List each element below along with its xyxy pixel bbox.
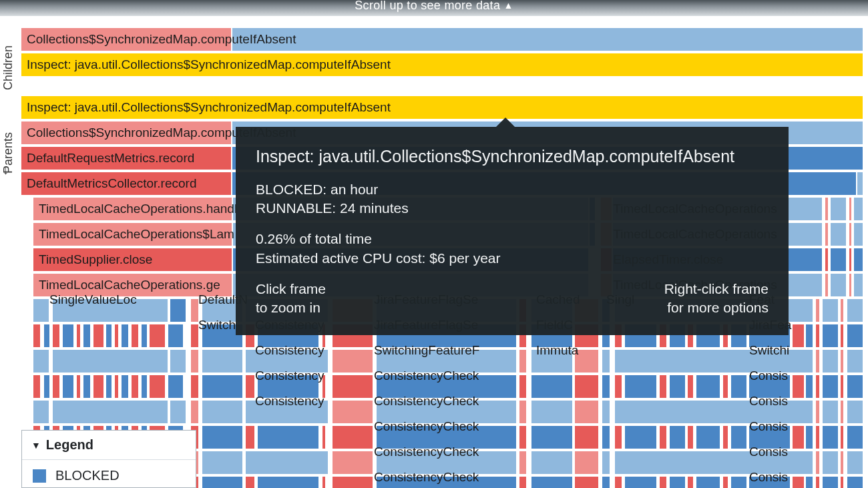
flame-frame-inspect[interactable]: Inspect: java.util.Collections$Synchroni… [21, 53, 864, 76]
frame-tooltip: Inspect: java.util.Collections$Synchroni… [236, 127, 789, 335]
legend-toggle[interactable]: ▼ Legend [22, 431, 196, 460]
tooltip-title: Inspect: java.util.Collections$Synchroni… [256, 146, 769, 168]
parents-section-label: Parents [1, 100, 15, 174]
flame-frame[interactable] [33, 401, 864, 423]
scroll-hint-text: Scroll up to see more data [355, 0, 500, 12]
legend-title: Legend [46, 437, 93, 453]
tooltip-cost: Estimated active CPU cost: $6 per year [256, 249, 769, 268]
legend-item: BLOCKED [22, 460, 196, 487]
tooltip-hint-left: Click frame to zoom in [256, 280, 326, 318]
tooltip-blocked: BLOCKED: an hour [256, 180, 769, 199]
flame-frame[interactable] [33, 350, 864, 373]
arrow-down-icon: ↓ [3, 164, 9, 178]
flame-frame-inspect[interactable]: Inspect: java.util.Collections$Synchroni… [21, 96, 864, 119]
chevron-up-icon: ▲ [504, 0, 513, 11]
tooltip-hint-right: Right-click frame for more options [664, 280, 769, 318]
triangle-down-icon: ▼ [31, 440, 41, 451]
legend-label: BLOCKED [55, 468, 120, 483]
scroll-up-hint[interactable]: Scroll up to see more data ▲ [0, 0, 868, 16]
tooltip-percent: 0.26% of total time [256, 230, 769, 248]
children-section-label: Children [1, 30, 15, 90]
flame-frame[interactable]: Collections$SynchronizedMap.computeIfAbs… [21, 28, 864, 51]
tooltip-runnable: RUNNABLE: 24 minutes [256, 199, 769, 218]
flame-frame[interactable] [33, 375, 864, 398]
legend-panel: ▼ Legend BLOCKED [21, 430, 196, 488]
legend-swatch [33, 469, 46, 483]
